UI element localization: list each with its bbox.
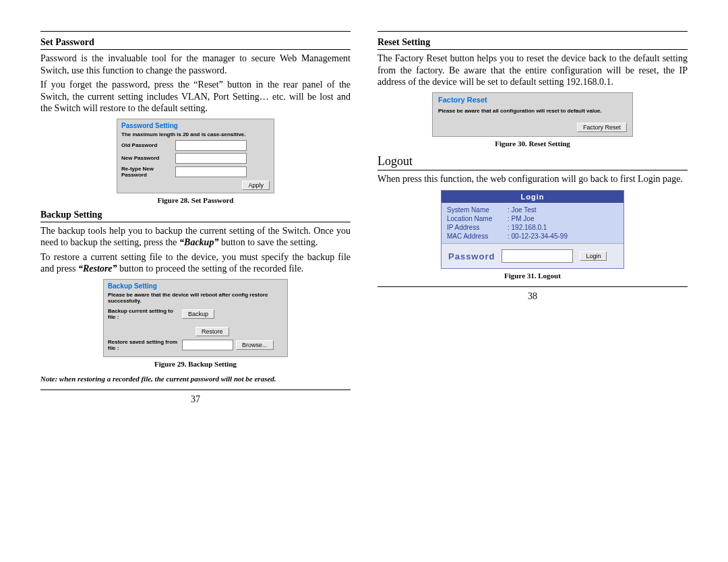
fig29-browse-button[interactable]: Browse... (236, 340, 274, 350)
fig31-info: System Name: Joe Test Location Name: PM … (442, 203, 624, 244)
fig28-subtitle: The maximum length is 20 and is case-sen… (121, 131, 270, 137)
fig31-mac-key: MAC Address (447, 232, 508, 241)
fig31-header: Login (442, 191, 624, 203)
restore-note: Note: when restoring a recorded file, th… (40, 375, 351, 383)
page-number-37: 37 (40, 394, 351, 405)
backup-para-2: To restore a current setting file to the… (40, 251, 351, 275)
fig29-backup-label: Backup current setting to file : (108, 308, 182, 320)
backup-para-1: The backup tools help you to backup the … (40, 225, 351, 249)
top-rule (40, 31, 351, 32)
fig29-restore-button[interactable]: Restore (195, 327, 229, 336)
figure-29-panel: Backup Setting Please be aware that the … (103, 279, 288, 357)
fig28-old-password-label: Old Password (121, 142, 175, 148)
fig29-restore-file-input[interactable] (182, 340, 233, 350)
bottom-rule (377, 286, 688, 287)
figure-29-caption: Figure 29. Backup Setting (40, 360, 351, 368)
fig28-new-password-label: New Password (121, 155, 175, 161)
heading-reset-setting: Reset Setting (377, 37, 688, 50)
fig30-factory-reset-button[interactable]: Factory Reset (577, 123, 627, 132)
figure-30-panel: Factory Reset Please be aware that all c… (432, 92, 633, 137)
fig30-message: Please be aware that all configuration w… (438, 108, 627, 114)
page-38: Reset Setting The Factory Reset button h… (377, 27, 688, 405)
fig29-subtitle: Please be aware that the device will reb… (108, 292, 283, 304)
fig31-system-name-key: System Name (447, 206, 508, 214)
fig29-backup-button[interactable]: Backup (182, 309, 214, 319)
fig31-ip-key: IP Address (447, 223, 508, 232)
fig28-old-password-input[interactable] (175, 140, 247, 151)
figure-30-caption: Figure 30. Reset Setting (377, 139, 688, 148)
fig29-restore-label: Restore saved setting from file : (108, 339, 182, 351)
heading-set-password: Set Password (40, 37, 351, 50)
top-rule (377, 31, 688, 32)
page-37: Set Password Password is the invaluable … (40, 27, 351, 405)
fig31-password-input[interactable] (502, 249, 573, 263)
fig31-location-val: : PM Joe (508, 214, 534, 223)
set-password-para-1: Password is the invaluable tool for the … (40, 53, 351, 76)
fig31-location-key: Location Name (447, 214, 508, 223)
fig30-title: Factory Reset (438, 96, 627, 104)
fig28-title: Password Setting (121, 122, 270, 129)
fig28-new-password-input[interactable] (175, 153, 247, 164)
reset-para-1: The Factory Reset button helps you to re… (377, 53, 688, 88)
fig28-retype-password-label: Re-type New Password (121, 166, 175, 178)
fig28-retype-password-input[interactable] (175, 166, 247, 177)
fig31-system-name-val: : Joe Test (508, 206, 537, 214)
fig31-login-button[interactable]: Login (580, 251, 607, 261)
fig29-title: Backup Setting (108, 282, 283, 290)
figure-31-caption: Figure 31. Logout (377, 272, 688, 280)
heading-backup-setting: Backup Setting (40, 210, 351, 222)
page-number-38: 38 (377, 291, 688, 302)
figure-28-panel: Password Setting The maximum length is 2… (117, 119, 274, 193)
fig28-apply-button[interactable]: Apply (242, 181, 270, 190)
heading-logout: Logout (377, 154, 688, 170)
fig31-ip-val: : 192.168.0.1 (508, 223, 547, 232)
set-password-para-2: If you forget the password, press the “R… (40, 79, 351, 115)
figure-28-caption: Figure 28. Set Password (40, 196, 351, 204)
logout-para-1: When press this function, the web config… (377, 173, 688, 185)
bottom-rule (40, 389, 351, 390)
figure-31-panel: Login System Name: Joe Test Location Nam… (441, 190, 624, 269)
fig31-password-label: Password (448, 251, 495, 261)
fig31-mac-val: : 00-12-23-34-45-99 (508, 232, 568, 241)
